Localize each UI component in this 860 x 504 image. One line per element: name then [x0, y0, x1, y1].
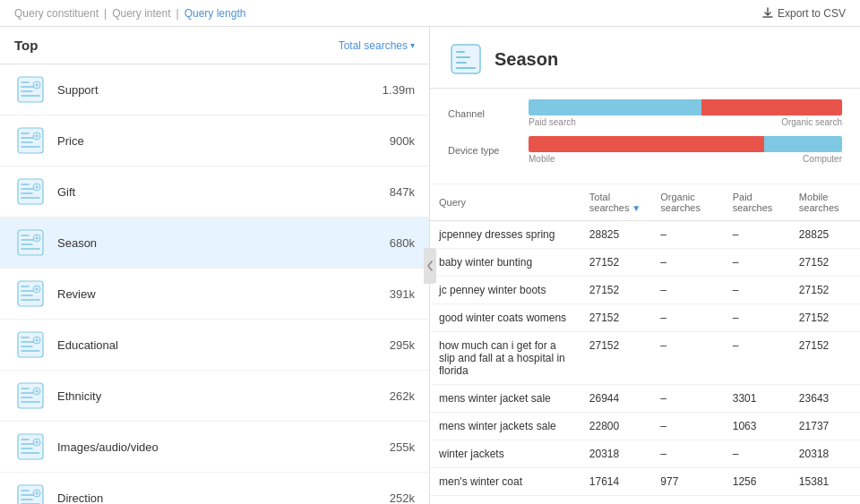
svg-rect-14	[18, 434, 43, 459]
table-row[interactable]: baby winter bunting27152––27152	[430, 249, 860, 277]
table-cell: 17272	[580, 496, 651, 505]
list-item-icon	[14, 380, 47, 412]
table-cell: 1256	[724, 468, 790, 496]
table-cell: –	[651, 304, 723, 332]
list-item-value: 900k	[390, 134, 415, 148]
list-item[interactable]: Price 900k	[0, 115, 429, 167]
season-icon	[448, 41, 484, 77]
metric-label: Device type	[448, 145, 520, 156]
nav-query-constituent[interactable]: Query constituent	[14, 7, 99, 20]
list-item[interactable]: Season 680k	[0, 218, 429, 269]
left-panel-header: Top Total searches ▾	[0, 27, 429, 64]
list-item-value: 295k	[390, 338, 415, 352]
table-cell: –	[651, 249, 723, 277]
table-cell: 15381	[790, 468, 860, 496]
metric-bar	[529, 99, 842, 115]
table-header-cell[interactable]: Total searches ▼	[580, 184, 651, 221]
bar-segment	[764, 136, 843, 152]
table-row[interactable]: good winter coats womens27152––27152	[430, 304, 860, 332]
right-panel-header: Season	[430, 27, 860, 89]
table-row[interactable]: how much can i get for a slip and fall a…	[430, 332, 860, 385]
list-item-value: 680k	[390, 236, 415, 250]
chevron-down-icon: ▾	[410, 40, 415, 50]
list-item-value: 262k	[390, 389, 415, 403]
list-item-label: Price	[57, 134, 390, 148]
table-cell: –	[724, 277, 790, 304]
table-header-cell: Organic searches	[651, 184, 723, 221]
table-cell: 21737	[790, 413, 860, 440]
svg-rect-12	[18, 383, 43, 408]
list-item-label: Season	[57, 236, 390, 250]
bar-segment	[529, 99, 701, 115]
svg-rect-0	[18, 77, 43, 102]
list-item-label: Support	[57, 83, 383, 97]
table-cell: 977	[651, 468, 723, 496]
table-row[interactable]: mens winter jackets sale22800–106321737	[430, 413, 860, 440]
list-item-value: 1.39m	[383, 83, 415, 97]
table-cell: jc penney winter boots	[430, 277, 580, 304]
table-cell: –	[724, 332, 790, 385]
table-row[interactable]: men's winter coat17614977125615381	[430, 468, 860, 496]
table-cell: 27152	[580, 277, 651, 304]
list-item-icon	[14, 124, 47, 157]
table-cell: jcpenney dresses spring	[430, 221, 580, 249]
metric-row: Device typeMobileComputer	[448, 136, 842, 164]
table-cell: –	[724, 496, 790, 505]
svg-rect-2	[18, 128, 43, 153]
table-cell: –	[724, 221, 790, 249]
table-cell: 27152	[580, 304, 651, 332]
table-cell: men's winter coat	[430, 468, 580, 496]
metrics-section: ChannelPaid searchOrganic searchDevice t…	[430, 89, 860, 184]
list-item[interactable]: Direction 252k	[0, 473, 429, 504]
table-cell: 27152	[580, 332, 651, 385]
list-item[interactable]: Ethnicity 262k	[0, 371, 429, 422]
table-cell: 22800	[580, 413, 651, 440]
metric-bar	[529, 136, 842, 152]
table-cell: 3301	[724, 385, 790, 413]
table-header-cell: Query	[430, 184, 580, 221]
sort-icon: ▼	[629, 203, 641, 213]
table-header-cell: Paid searches	[724, 184, 790, 221]
list-item-icon	[14, 329, 47, 361]
table-row[interactable]: winter dresses17272––17272	[430, 496, 860, 505]
table-cell: 20318	[580, 440, 651, 468]
list-item-icon	[14, 226, 47, 259]
metric-label: Channel	[448, 108, 520, 119]
table-cell: winter dresses	[430, 496, 580, 505]
table-cell: baby winter bunting	[430, 249, 580, 277]
left-panel: Top Total searches ▾ Support 1.39m	[0, 27, 430, 504]
list-item-label: Educational	[57, 338, 390, 352]
table-row[interactable]: jc penney winter boots27152––27152	[430, 277, 860, 304]
left-panel-title: Top	[14, 38, 38, 53]
export-csv-button[interactable]: Export to CSV	[761, 7, 846, 20]
table-cell: 27152	[790, 249, 860, 277]
bar-label: Paid search	[529, 117, 576, 127]
svg-rect-6	[18, 230, 43, 255]
table-cell: 26944	[580, 385, 651, 413]
nav-query-intent[interactable]: Query intent	[112, 7, 170, 20]
list-item[interactable]: Support 1.39m	[0, 64, 429, 115]
list-item[interactable]: Gift 847k	[0, 167, 429, 218]
table-cell: –	[724, 249, 790, 277]
list-item-icon	[14, 431, 47, 463]
list-item-value: 847k	[390, 185, 415, 199]
list-item[interactable]: Images/audio/video 255k	[0, 422, 429, 473]
table-row[interactable]: jcpenney dresses spring28825––28825	[430, 221, 860, 249]
total-searches-sort-button[interactable]: Total searches ▾	[339, 39, 415, 52]
nav-query-length[interactable]: Query length	[185, 7, 246, 20]
list-item-label: Images/audio/video	[57, 440, 390, 454]
nav-tabs: Query constituent | Query intent | Query…	[14, 7, 245, 20]
metric-row: ChannelPaid searchOrganic search	[448, 99, 842, 127]
table-row[interactable]: mens winter jacket sale26944–330123643	[430, 385, 860, 413]
table-body: jcpenney dresses spring28825––28825baby …	[430, 221, 860, 505]
list-item[interactable]: Review 391k	[0, 269, 429, 320]
list-item-icon	[14, 482, 47, 504]
table-cell: 17272	[790, 496, 860, 505]
collapse-panel-button[interactable]	[424, 248, 436, 284]
table-row[interactable]: winter jackets20318––20318	[430, 440, 860, 468]
list-item-icon	[14, 73, 47, 106]
bar-label: Mobile	[529, 154, 555, 164]
table-cell: 27152	[790, 277, 860, 304]
list-item[interactable]: Educational 295k	[0, 320, 429, 371]
table-cell: 27152	[790, 332, 860, 385]
